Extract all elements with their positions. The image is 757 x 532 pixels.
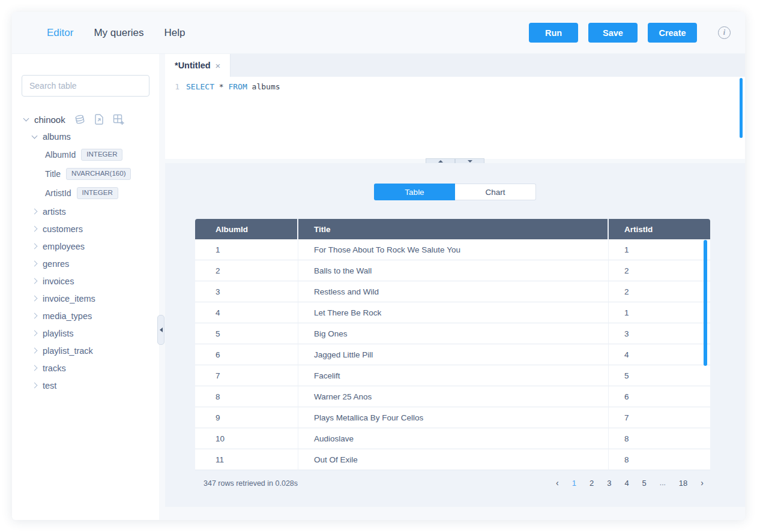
nav-link-editor[interactable]: Editor [47, 27, 73, 39]
chevron-right-icon[interactable] [32, 365, 38, 371]
table-cell[interactable]: 1 [609, 239, 710, 260]
nav-link-help[interactable]: Help [164, 27, 185, 39]
nav-link-my-queries[interactable]: My queries [94, 27, 143, 39]
table-row: 5Big Ones3 [195, 323, 710, 344]
table-cell[interactable]: 2 [609, 281, 710, 302]
table-cell[interactable]: 9 [195, 407, 298, 428]
chevron-right-icon[interactable] [32, 348, 38, 354]
next-page-icon[interactable]: › [701, 478, 704, 488]
sidebar-item-tracks[interactable]: tracks [32, 359, 149, 377]
pane-splitter[interactable] [165, 159, 745, 163]
table-name: invoice_items [43, 294, 95, 303]
table-cell[interactable]: 10 [195, 428, 298, 449]
table-cell[interactable]: 6 [609, 386, 710, 407]
column-header-albumid[interactable]: AlbumId [195, 219, 298, 239]
table-cell[interactable]: 5 [609, 365, 710, 386]
table-cell[interactable]: Warner 25 Anos [298, 386, 609, 407]
sidebar-item-albums[interactable]: albums [32, 128, 149, 145]
sidebar-item-invoice_items[interactable]: invoice_items [32, 290, 149, 307]
prev-page-icon[interactable]: ‹ [556, 478, 559, 488]
table-cell[interactable]: 5 [195, 323, 298, 344]
pagination-page-1[interactable]: 1 [572, 479, 576, 488]
chevron-right-icon[interactable] [32, 209, 38, 215]
chevron-right-icon[interactable] [32, 278, 38, 284]
table-cell[interactable]: 8 [195, 386, 298, 407]
table-cell[interactable]: 1 [195, 239, 298, 260]
table-cell[interactable]: 1 [609, 302, 710, 323]
chevron-right-icon[interactable] [32, 313, 38, 319]
chevron-right-icon[interactable] [32, 383, 38, 389]
pagination-page-2[interactable]: 2 [590, 479, 594, 488]
chevron-right-icon[interactable] [32, 226, 38, 232]
chevron-right-icon[interactable] [32, 330, 38, 336]
sidebar-item-playlist_track[interactable]: playlist_track [32, 342, 149, 359]
editor-scrollbar[interactable] [740, 78, 743, 138]
column-type-badge: NVARCHAR(160) [66, 168, 131, 180]
sidebar-item-customers[interactable]: customers [32, 220, 149, 238]
table-cell[interactable]: Out Of Exile [298, 449, 609, 470]
sidebar-item-genres[interactable]: genres [32, 255, 149, 272]
table-cell[interactable]: Big Ones [298, 323, 609, 344]
create-button[interactable]: Create [648, 23, 697, 43]
run-button[interactable]: Run [529, 23, 578, 43]
table-cell[interactable]: 6 [195, 344, 298, 365]
column-row-albumid[interactable]: AlbumIdINTEGER [45, 145, 149, 164]
table-cell[interactable]: 8 [609, 428, 710, 449]
results-scrollbar[interactable] [704, 240, 707, 366]
chevron-down-icon[interactable] [23, 116, 29, 122]
table-cell[interactable]: 2 [609, 260, 710, 281]
tab-chart[interactable]: Chart [455, 184, 536, 200]
table-cell[interactable]: For Those About To Rock We Salute You [298, 239, 609, 260]
sidebar-collapse-handle[interactable] [157, 315, 164, 345]
pagination-page-3[interactable]: 3 [607, 479, 611, 488]
sidebar-item-media_types[interactable]: media_types [32, 307, 149, 324]
table-header-row: AlbumIdTitleArtistId [195, 219, 710, 239]
chevron-right-icon[interactable] [32, 296, 38, 302]
export-file-icon[interactable] [94, 114, 104, 125]
sidebar-item-employees[interactable]: employees [32, 238, 149, 255]
pagination-page-5[interactable]: 5 [642, 479, 647, 488]
chevron-right-icon[interactable] [32, 244, 38, 250]
column-header-title[interactable]: Title [298, 219, 609, 239]
table-cell[interactable]: 3 [195, 281, 298, 302]
sidebar-item-database[interactable]: chinook [24, 112, 149, 127]
column-row-title[interactable]: TitleNVARCHAR(160) [45, 164, 149, 184]
table-cell[interactable]: Let There Be Rock [298, 302, 609, 323]
column-name: AlbumId [45, 150, 76, 160]
chevron-right-icon[interactable] [32, 261, 38, 267]
sql-editor[interactable]: 1 SELECT * FROM albums [165, 77, 745, 159]
table-cell[interactable]: Audioslave [298, 428, 609, 449]
column-header-artistid[interactable]: ArtistId [609, 219, 710, 239]
info-icon[interactable]: i [718, 26, 731, 39]
table-cell[interactable]: 11 [195, 449, 298, 470]
tab-table[interactable]: Table [374, 184, 455, 200]
save-button[interactable]: Save [588, 23, 638, 43]
table-cell[interactable]: 3 [609, 323, 710, 344]
sidebar-item-playlists[interactable]: playlists [32, 324, 149, 342]
table-cell[interactable]: 2 [195, 260, 298, 281]
sidebar-item-artists[interactable]: artists [32, 203, 149, 220]
table-cell[interactable]: Restless and Wild [298, 281, 609, 302]
table-cell[interactable]: 7 [609, 407, 710, 428]
database-icon[interactable] [74, 115, 85, 125]
table-row: 10Audioslave8 [195, 428, 710, 449]
chevron-down-icon[interactable] [32, 133, 38, 139]
pagination-page-18[interactable]: 18 [679, 479, 687, 488]
table-cell[interactable]: Balls to the Wall [298, 260, 609, 281]
sidebar-item-invoices[interactable]: invoices [32, 272, 149, 290]
search-input[interactable] [22, 75, 149, 97]
table-cell[interactable]: 4 [195, 302, 298, 323]
add-table-icon[interactable] [113, 114, 124, 125]
table-cell[interactable]: Plays Metallica By Four Cellos [298, 407, 609, 428]
table-cell[interactable]: 8 [609, 449, 710, 470]
table-cell[interactable]: Jagged Little Pill [298, 344, 609, 365]
pagination-page-4[interactable]: 4 [624, 479, 629, 488]
close-icon[interactable]: × [216, 61, 221, 71]
column-row-artistid[interactable]: ArtistIdINTEGER [45, 184, 149, 203]
pagination-ellipsis: ... [660, 479, 666, 488]
table-cell[interactable]: 7 [195, 365, 298, 386]
table-cell[interactable]: Facelift [298, 365, 609, 386]
table-cell[interactable]: 4 [609, 344, 710, 365]
sidebar-item-test[interactable]: test [32, 377, 149, 394]
tab-untitled[interactable]: *Untitled × [165, 54, 231, 77]
